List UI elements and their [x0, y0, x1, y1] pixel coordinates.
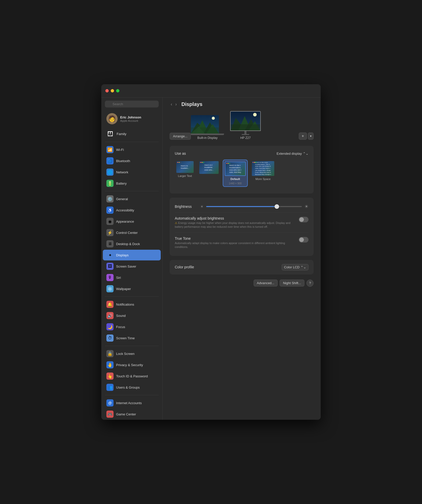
use-as-section: Use as Extended display ⌃⌄: [170, 146, 314, 194]
dot-red: [200, 162, 201, 163]
external-display-thumb[interactable]: HP Z27: [230, 111, 261, 140]
sidebar-item-lock-screen[interactable]: 🔒 Lock Screen: [103, 348, 161, 359]
brightness-slider[interactable]: [206, 206, 302, 207]
sidebar-item-users-groups[interactable]: 👥 Users & Groups: [103, 382, 161, 393]
sidebar-item-displays[interactable]: ✦ Displays: [103, 250, 161, 260]
sidebar-item-notifications[interactable]: 🔔 Notifications: [103, 299, 161, 310]
res-screen-larger: Here's totroublem...: [176, 161, 194, 173]
sidebar-item-accessibility[interactable]: ♿ Accessibility: [103, 205, 161, 215]
search-wrapper: [105, 101, 159, 107]
dot-red: [226, 163, 227, 164]
auto-adjust-desc: ⚠ Energy usage may be higher when your d…: [175, 221, 295, 229]
system-preferences-window: 🧑 Eric Johnson Apple Account 👨‍👩‍👧 Famil…: [101, 84, 321, 420]
maximize-button[interactable]: [116, 89, 119, 92]
add-display-button[interactable]: +: [299, 133, 307, 140]
focus-icon: 🌙: [106, 323, 114, 330]
displays-icon: ✦: [106, 251, 114, 259]
forward-button[interactable]: ›: [174, 101, 178, 107]
sidebar-item-touch-id[interactable]: 👆 Touch ID & Password: [103, 371, 161, 381]
res-option-larger[interactable]: Here's totroublem... Larger Text: [175, 160, 195, 187]
sidebar-item-desktop-dock[interactable]: 🖥 Desktop & Dock: [103, 238, 161, 249]
profile-name: Eric Johnson: [120, 115, 141, 119]
sidebar-item-label: Game Center: [116, 412, 136, 416]
sidebar-item-label: Siri: [116, 276, 121, 280]
builtin-display-thumb[interactable]: Built-in Display: [191, 115, 224, 140]
res-option-more-space[interactable]: Here's to the crazytroublemakers. The mo…: [250, 160, 276, 187]
true-tone-text: True Tone Automatically adapt display to…: [175, 236, 299, 249]
sidebar-item-wallpaper[interactable]: ❄️ Wallpaper: [103, 283, 161, 294]
true-tone-title: True Tone: [175, 236, 295, 241]
display-dropdown-button[interactable]: ▾: [308, 133, 314, 140]
sidebar-item-screen-saver[interactable]: 🖼 Screen Saver: [103, 261, 161, 272]
page-title: Displays: [181, 101, 202, 107]
profile-section[interactable]: 🧑 Eric Johnson Apple Account: [103, 111, 161, 128]
sidebar-item-general[interactable]: ⚙️ General: [103, 194, 161, 204]
minimize-button[interactable]: [111, 89, 114, 92]
true-tone-row: True Tone Automatically adapt display to…: [175, 234, 308, 252]
screen-time-icon: ⏱: [106, 334, 114, 342]
sidebar-item-battery[interactable]: 🔋 Battery: [103, 178, 161, 189]
dot-green: [256, 162, 257, 163]
arrange-button[interactable]: Arrange...: [170, 133, 191, 140]
dot-green: [203, 162, 204, 163]
advanced-button[interactable]: Advanced...: [254, 280, 278, 286]
sidebar-item-label: Privacy & Security: [116, 363, 143, 367]
sidebar-item-focus[interactable]: 🌙 Focus: [103, 321, 161, 332]
sidebar-item-network[interactable]: 🌐 Network: [103, 167, 161, 177]
sidebar-item-label: Internet Accounts: [116, 401, 142, 405]
monitor-foot: [242, 134, 249, 135]
wallpaper-icon: ❄️: [106, 285, 114, 292]
sidebar-item-internet-accounts[interactable]: @ Internet Accounts: [103, 398, 161, 408]
use-as-value[interactable]: Extended display ⌃⌄: [277, 152, 308, 155]
res-sublabel-default: 1440 × 900: [229, 182, 242, 185]
sidebar-item-bluetooth[interactable]: 🔵 Bluetooth: [103, 155, 161, 166]
family-icon: 👨‍👩‍👧: [106, 130, 114, 138]
external-display-name: HP Z27: [240, 136, 251, 140]
sidebar-item-sound[interactable]: 🔊 Sound: [103, 310, 161, 321]
sidebar-item-game-center[interactable]: 🎮 Game Center: [103, 409, 161, 419]
res-dots: [177, 162, 181, 163]
internet-accounts-icon: @: [106, 399, 114, 406]
svg-rect-7: [191, 127, 219, 134]
privacy-icon: 🤚: [106, 361, 114, 368]
sidebar-item-family[interactable]: 👨‍👩‍👧 Family: [103, 128, 161, 140]
sidebar-item-appearance[interactable]: ◉ Appearance: [103, 216, 161, 227]
sidebar-item-screen-time[interactable]: ⏱ Screen Time: [103, 333, 161, 343]
res-option-medium[interactable]: Here's to ttroublemaones who...: [198, 160, 220, 187]
sound-icon: 🔊: [106, 312, 114, 319]
dot-yellow: [179, 162, 180, 163]
true-tone-toggle[interactable]: [299, 237, 308, 243]
sidebar-item-privacy-security[interactable]: 🤚 Privacy & Security: [103, 359, 161, 370]
auto-adjust-toggle[interactable]: [299, 217, 308, 222]
res-dots: [253, 162, 257, 163]
sidebar-item-label: Wallpaper: [116, 287, 131, 291]
touch-id-icon: 👆: [106, 373, 114, 380]
external-stand: [230, 131, 261, 135]
profile-text: Eric Johnson Apple Account: [120, 115, 141, 122]
sidebar-item-wifi[interactable]: 📶 Wi-Fi: [103, 144, 161, 155]
main-body: Arrange...: [163, 111, 321, 296]
builtin-display-name: Built-in Display: [197, 136, 217, 140]
res-option-default[interactable]: Here's to the ctroublemakers.ones who se…: [223, 160, 248, 187]
true-tone-desc: Automatically adapt display to make colo…: [175, 241, 295, 249]
section-divider-2: [175, 233, 308, 233]
brightness-section: Brightness ☀ ☀ Automatically adjust brig…: [170, 198, 314, 256]
night-shift-button[interactable]: Night Shift...: [280, 280, 304, 286]
search-input[interactable]: [105, 101, 159, 107]
divider-1: [105, 142, 159, 142]
sidebar: 🧑 Eric Johnson Apple Account 👨‍👩‍👧 Famil…: [101, 98, 163, 420]
divider-4: [105, 346, 159, 346]
auto-adjust-title: Automatically adjust brightness: [175, 216, 295, 220]
color-profile-select[interactable]: Color LCD ⌃⌄: [282, 264, 308, 270]
help-button[interactable]: ?: [306, 280, 314, 287]
use-as-row: Use as Extended display ⌃⌄: [175, 150, 308, 157]
res-dots: [200, 162, 204, 163]
back-button[interactable]: ‹: [170, 101, 173, 107]
sidebar-item-control-center[interactable]: ⚡ Control Center: [103, 227, 161, 238]
close-button[interactable]: [105, 89, 109, 92]
sidebar-item-siri[interactable]: 🎙 Siri: [103, 272, 161, 283]
network-icon: 🌐: [106, 169, 114, 176]
auto-adjust-row: Automatically adjust brightness ⚠ Energy…: [175, 214, 308, 232]
use-as-value-text: Extended display: [277, 152, 302, 155]
title-bar: [101, 84, 321, 98]
